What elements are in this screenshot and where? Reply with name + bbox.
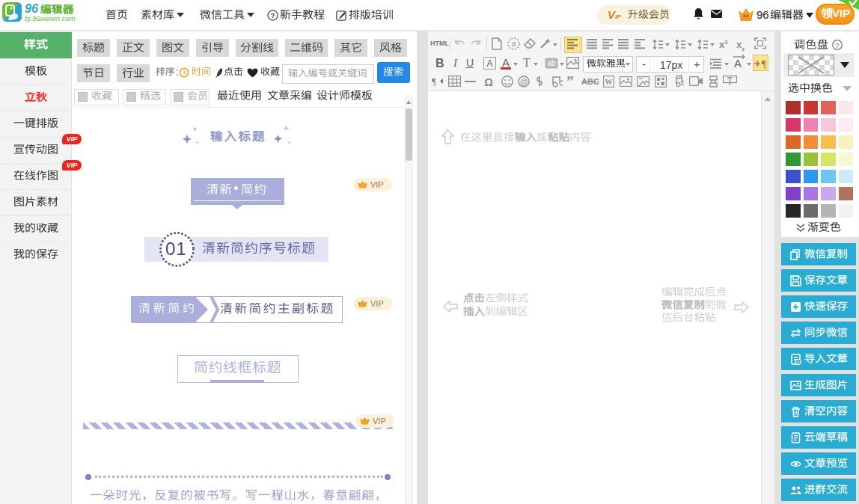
svg-text:W: W <box>605 78 613 86</box>
svg-text:?: ? <box>271 12 275 19</box>
svg-text:A: A <box>486 58 492 69</box>
svg-text:¶: ¶ <box>432 76 436 87</box>
svg-text:a: a <box>512 40 516 48</box>
svg-text:¶: ¶ <box>762 59 767 70</box>
svg-text:@: @ <box>520 77 528 86</box>
svg-text:ab: ab <box>547 59 556 67</box>
svg-text:?: ? <box>835 41 839 49</box>
